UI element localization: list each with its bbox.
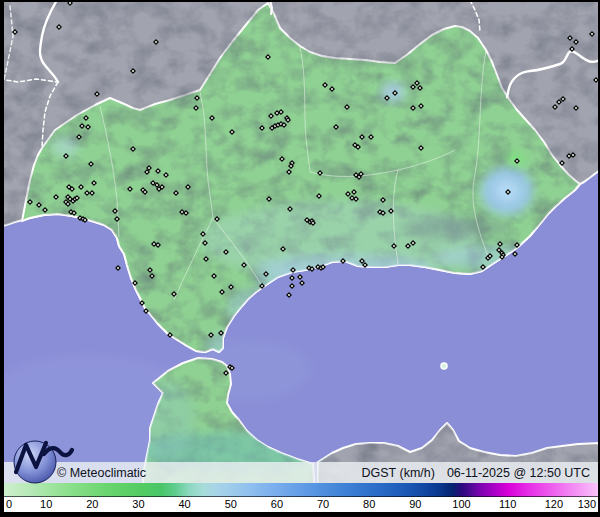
station-marker-center — [575, 107, 577, 109]
station-marker-center — [90, 163, 92, 165]
station-marker-center — [93, 182, 95, 184]
station-marker-center — [213, 275, 215, 277]
station-marker-center — [498, 249, 500, 251]
station-marker-center — [204, 242, 206, 244]
station-marker-center — [161, 186, 163, 188]
station-marker-center — [507, 191, 509, 193]
legend-datetime: 06-11-2025 @ 12:50 UTC — [447, 466, 590, 480]
station-marker-center — [361, 260, 363, 262]
scale-tick-label: 110 — [499, 498, 517, 511]
station-marker-center — [58, 26, 60, 28]
station-marker-center — [151, 275, 153, 277]
station-marker-center — [87, 126, 89, 128]
station-marker-center — [221, 291, 223, 293]
scale-tick-label: 130 — [578, 498, 596, 511]
station-marker-center — [195, 107, 197, 109]
station-marker-center — [225, 251, 227, 253]
station-marker-center — [301, 282, 303, 284]
station-marker-center — [562, 98, 564, 100]
station-marker-center — [44, 209, 46, 211]
station-marker-center — [202, 233, 204, 235]
station-marker-center — [85, 117, 87, 119]
station-marker-center — [575, 41, 577, 43]
station-marker-center — [181, 211, 183, 213]
station-marker-center — [364, 264, 366, 266]
station-marker-center — [81, 125, 83, 127]
station-marker-center — [419, 87, 421, 89]
weather-map — [0, 0, 600, 517]
map-frame-left — [0, 0, 4, 517]
station-marker-center — [169, 334, 171, 336]
station-marker-center — [144, 191, 146, 193]
station-marker-center — [268, 198, 270, 200]
station-marker-center — [355, 198, 357, 200]
station-marker-center — [216, 218, 218, 220]
station-marker-center — [211, 117, 213, 119]
station-marker-center — [261, 127, 263, 129]
station-marker-center — [230, 286, 232, 288]
scale-tick-label: 100 — [452, 498, 470, 511]
station-marker-center — [386, 97, 388, 99]
station-marker-center — [412, 86, 414, 88]
station-marker-center — [353, 191, 355, 193]
station-marker-center — [407, 245, 409, 247]
station-marker-center — [361, 136, 363, 138]
station-marker-center — [291, 285, 293, 287]
station-marker-center — [270, 115, 272, 117]
station-marker-center — [80, 186, 82, 188]
station-marker-center — [153, 243, 155, 245]
station-marker-center — [516, 160, 518, 162]
legend-text: DGST (km/h) 06-11-2025 @ 12:50 UTC — [362, 466, 590, 480]
station-marker-center — [114, 210, 116, 212]
station-marker-center — [393, 245, 395, 247]
station-marker-center — [482, 266, 484, 268]
station-marker-center — [84, 219, 86, 221]
station-marker-center — [499, 243, 501, 245]
footer-bar: © Meteoclimatic DGST (km/h) 06-11-2025 @… — [0, 462, 600, 483]
station-marker-center — [243, 264, 245, 266]
station-marker-center — [554, 106, 556, 108]
station-marker-center — [149, 269, 151, 271]
station-marker-center — [129, 188, 131, 190]
station-marker-center — [331, 88, 333, 90]
station-marker-center — [572, 154, 574, 156]
station-marker-center — [289, 208, 291, 210]
station-marker-center — [205, 258, 207, 260]
scale-tick-label: 120 — [545, 498, 563, 511]
color-scale-bar — [0, 483, 600, 497]
station-marker-center — [416, 82, 418, 84]
station-marker-center — [69, 2, 71, 4]
station-marker-center — [14, 31, 16, 33]
station-marker-center — [155, 41, 157, 43]
station-marker-center — [290, 165, 292, 167]
wind-patch — [400, 216, 510, 240]
station-marker-center — [196, 97, 198, 99]
station-marker-center — [311, 268, 313, 270]
scale-tick-label: 10 — [40, 498, 52, 511]
station-marker-center — [145, 310, 147, 312]
station-marker-center — [280, 111, 282, 113]
station-marker-center — [561, 162, 563, 164]
station-marker-center — [71, 188, 73, 190]
station-marker-center — [165, 174, 167, 176]
station-marker-center — [342, 260, 344, 262]
station-marker-center — [261, 285, 263, 287]
scale-tick-label: 20 — [86, 498, 98, 511]
station-marker-center — [306, 219, 308, 221]
station-marker-center — [412, 107, 414, 109]
station-marker-center — [69, 198, 71, 200]
station-marker-center — [571, 48, 573, 50]
station-marker-center — [288, 294, 290, 296]
scale-tick-label: 60 — [271, 498, 283, 511]
station-marker-center — [370, 136, 372, 138]
scale-tick-label: 90 — [409, 498, 421, 511]
station-marker-center — [116, 218, 118, 220]
station-marker-center — [271, 127, 273, 129]
station-marker-center — [86, 192, 88, 194]
station-marker-center — [157, 170, 159, 172]
station-marker-center — [220, 332, 222, 334]
station-marker-center — [516, 244, 518, 246]
scale-tick-label: 0 — [6, 498, 12, 511]
station-marker-center — [355, 174, 357, 176]
station-marker-center — [420, 105, 422, 107]
